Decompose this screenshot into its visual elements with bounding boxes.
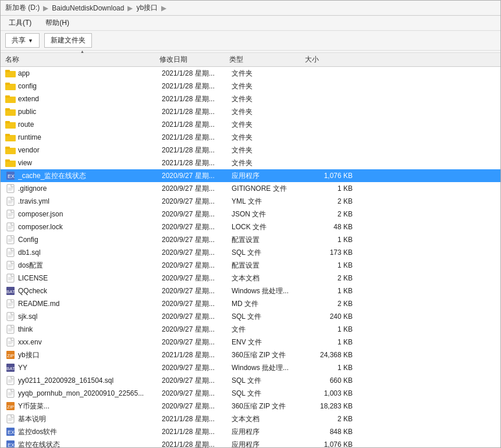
file-list: app2021/1/28 星期...文件夹 config2021/1/28 星期… xyxy=(1,67,500,447)
file-date: 2020/9/27 星期... xyxy=(162,389,232,399)
list-item[interactable]: route2021/1/28 星期...文件夹 xyxy=(1,118,500,131)
list-item[interactable]: config2021/1/28 星期...文件夹 xyxy=(1,80,500,93)
breadcrumb-drive[interactable]: 新加卷 (D:) xyxy=(5,3,40,13)
breadcrumb-yb[interactable]: yb接口 xyxy=(136,3,158,13)
folder-icon xyxy=(5,119,16,130)
col-name-header[interactable]: 名称 xyxy=(5,55,159,65)
list-item[interactable]: BAT QQcheck2020/9/27 星期...Windows 批处理...… xyxy=(1,285,500,297)
list-item[interactable]: LICENSE2020/9/27 星期...文本文档2 KB xyxy=(1,272,500,285)
list-item[interactable]: ZIP yb接口2021/1/28 星期...360压缩 ZIP 文件24,36… xyxy=(1,349,500,361)
file-type: 文件 xyxy=(232,325,307,335)
list-item[interactable]: yyqb_pornhub_mon_20200910_22565...2020/9… xyxy=(1,387,500,400)
file-type: 360压缩 ZIP 文件 xyxy=(232,401,307,411)
list-item[interactable]: sjk.sql2020/9/27 星期...SQL 文件240 KB xyxy=(1,310,500,323)
file-icon xyxy=(5,196,16,207)
bat-icon: BAT xyxy=(5,362,16,373)
file-type: YML 文件 xyxy=(232,197,307,207)
file-name: public xyxy=(18,108,162,116)
svg-rect-64 xyxy=(7,338,14,346)
list-item[interactable]: composer.lock2020/9/27 星期...LOCK 文件48 KB xyxy=(1,221,500,233)
new-folder-button[interactable]: 新建文件夹 xyxy=(44,33,92,48)
col-type-header[interactable]: 类型 xyxy=(229,55,305,65)
list-item[interactable]: BAT YY2020/9/27 星期...Windows 批处理...1 KB xyxy=(1,361,500,374)
svg-rect-46 xyxy=(7,274,14,282)
file-name: README.md xyxy=(18,300,162,308)
svg-text:ZIP: ZIP xyxy=(7,404,14,410)
file-type: MD 文件 xyxy=(232,299,307,309)
list-item[interactable]: extend2021/1/28 星期...文件夹 xyxy=(1,93,500,105)
list-item[interactable]: dos配置2020/9/27 星期...配置设置1 KB xyxy=(1,259,500,272)
file-size: 173 KB xyxy=(307,248,360,257)
list-item[interactable]: composer.json2020/9/27 星期...JSON 文件2 KB xyxy=(1,208,500,221)
svg-rect-72 xyxy=(7,376,14,385)
list-item[interactable]: EX _cache_监控在线状态2020/9/27 星期...应用程序1,076… xyxy=(1,169,500,182)
exe-icon: EX xyxy=(5,170,16,181)
file-size: 1,003 KB xyxy=(307,389,360,397)
file-name: db1.sql xyxy=(18,248,162,257)
share-dropdown-icon[interactable]: ▼ xyxy=(28,38,33,44)
list-item[interactable]: view2021/1/28 星期...文件夹 xyxy=(1,157,500,169)
zip-icon: ZIP xyxy=(5,401,16,411)
file-size: 1 KB xyxy=(307,364,360,372)
file-date: 2020/9/27 星期... xyxy=(162,286,232,296)
list-item[interactable]: .travis.yml2020/9/27 星期...YML 文件2 KB xyxy=(1,195,500,208)
file-type: SQL 文件 xyxy=(232,248,307,258)
file-size: 848 KB xyxy=(307,428,360,436)
file-date: 2021/1/28 星期... xyxy=(162,440,232,448)
file-size: 1 KB xyxy=(307,338,360,346)
file-name: QQcheck xyxy=(18,287,162,295)
file-name: Y币菠菜... xyxy=(18,401,162,411)
svg-rect-9 xyxy=(5,121,10,123)
svg-text:EX: EX xyxy=(8,442,15,447)
file-type: 应用程序 xyxy=(232,427,307,437)
explorer-window: 新加卷 (D:) ▶ BaiduNetdiskDownload ▶ yb接口 ▶… xyxy=(0,0,501,448)
folder-icon xyxy=(5,106,16,117)
list-item[interactable]: EX 监控dos软件2021/1/28 星期...应用程序848 KB xyxy=(1,425,500,438)
list-item[interactable]: db1.sql2020/9/27 星期...SQL 文件173 KB xyxy=(1,246,500,259)
file-date: 2021/1/28 星期... xyxy=(162,350,232,360)
file-name: Config xyxy=(18,236,162,244)
list-item[interactable]: public2021/1/28 星期...文件夹 xyxy=(1,105,500,118)
list-item[interactable]: xxx.env2020/9/27 星期...ENV 文件1 KB xyxy=(1,336,500,349)
file-size: 240 KB xyxy=(307,312,360,321)
list-item[interactable]: .gitignore2020/9/27 星期...GITIGNORE 文件1 K… xyxy=(1,182,500,195)
list-item[interactable]: 基本说明2021/1/28 星期...文本文档2 KB xyxy=(1,413,500,425)
col-date-header[interactable]: 修改日期 xyxy=(159,55,229,65)
list-item[interactable]: ZIP Y币菠菜...2020/9/27 星期...360压缩 ZIP 文件18… xyxy=(1,400,500,413)
file-type: LOCK 文件 xyxy=(232,222,307,232)
list-item[interactable]: Config2020/9/27 星期...配置设置1 KB xyxy=(1,233,500,246)
file-type: 文件夹 xyxy=(232,120,307,130)
toolbar: 共享 ▼ 新建文件夹 xyxy=(1,31,500,51)
file-type: 应用程序 xyxy=(232,171,307,181)
file-size: 48 KB xyxy=(307,223,360,231)
menu-help[interactable]: 帮助(H) xyxy=(42,17,73,29)
file-name: vendor xyxy=(18,146,162,154)
list-item[interactable]: README.md2020/9/27 星期...MD 文件2 KB xyxy=(1,297,500,310)
list-item[interactable]: yy0211_20200928_161504.sql2020/9/27 星期..… xyxy=(1,374,500,387)
svg-rect-3 xyxy=(5,83,10,85)
list-item[interactable]: app2021/1/28 星期...文件夹 xyxy=(1,67,500,80)
file-name: xxx.env xyxy=(18,338,162,346)
list-item[interactable]: vendor2021/1/28 星期...文件夹 xyxy=(1,144,500,157)
list-item[interactable]: think2020/9/27 星期...文件1 KB xyxy=(1,323,500,336)
file-type: 文件夹 xyxy=(232,133,307,143)
file-type: Windows 批处理... xyxy=(232,286,307,296)
file-date: 2021/1/28 星期... xyxy=(162,427,232,437)
file-date: 2021/1/28 星期... xyxy=(162,414,232,424)
file-type: 文件夹 xyxy=(232,107,307,117)
svg-rect-1 xyxy=(5,70,10,72)
breadcrumb-baidu[interactable]: BaiduNetdiskDownload xyxy=(52,4,124,12)
file-type: 文件夹 xyxy=(232,69,307,79)
svg-rect-52 xyxy=(7,300,14,308)
file-date: 2020/9/27 星期... xyxy=(162,337,232,347)
col-size-header[interactable]: 大小 xyxy=(305,55,357,65)
share-button[interactable]: 共享 ▼ xyxy=(5,33,40,48)
list-item[interactable]: EX 监控在线状态2021/1/28 星期...应用程序1,076 KB xyxy=(1,438,500,447)
list-item[interactable]: runtime2021/1/28 星期...文件夹 xyxy=(1,131,500,144)
svg-text:EX: EX xyxy=(8,429,15,435)
new-folder-label: 新建文件夹 xyxy=(51,35,86,45)
file-date: 2020/9/27 星期... xyxy=(162,222,232,232)
svg-rect-11 xyxy=(5,134,10,136)
file-date: 2020/9/27 星期... xyxy=(162,325,232,335)
menu-tools[interactable]: 工具(T) xyxy=(5,17,35,29)
